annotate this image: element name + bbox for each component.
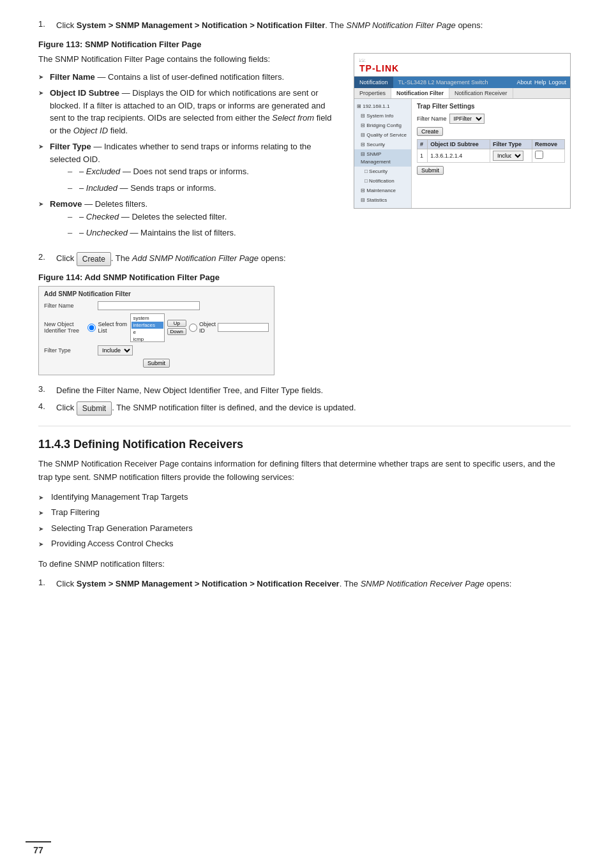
section-title-text: Defining Notification Receivers — [73, 438, 243, 451]
step-1-content: Click System > SNMP Management > Notific… — [56, 19, 483, 32]
page: 1. Click System > SNMP Management > Noti… — [0, 0, 609, 868]
add-snmp-oid-label: New Object Identifier Tree — [44, 321, 85, 334]
tp-filter-name-row: Filter Name IPFilter — [417, 114, 565, 124]
add-snmp-list-e[interactable]: e — [132, 329, 163, 336]
add-snmp-down-btn[interactable]: Down — [167, 328, 186, 335]
sidebar-snmp[interactable]: ⊟ SNMP Management — [354, 149, 411, 166]
add-snmp-radio-object-id-input[interactable] — [189, 324, 197, 332]
step-2-content: Click Create. The Add SNMP Notification … — [56, 252, 286, 266]
field-type-bold: Filter Type — [50, 142, 91, 151]
sidebar-bridging-config[interactable]: ⊟ Bridging Config — [354, 121, 411, 130]
add-snmp-select-from-label: Select from List — [98, 321, 128, 334]
step-4-text-after: . The SNMP notification filter is define… — [112, 403, 356, 413]
tp-logo: ⟀⟀ TP-LINK — [359, 57, 399, 73]
sidebar-system-info[interactable]: ⊟ System Info — [354, 111, 411, 121]
add-snmp-filter-name-row: Filter Name — [44, 301, 269, 310]
add-snmp-radio-select-from-list[interactable] — [87, 324, 96, 332]
add-snmp-list-icmp[interactable]: icmp — [132, 336, 163, 342]
service-2-text: Trap Filtering — [51, 507, 100, 517]
filter-remove-unchecked: – Unchecked — Maintains the list of filt… — [68, 227, 341, 239]
tp-tab-notification-filter[interactable]: Notification Filter — [391, 88, 449, 98]
tp-nav-logout[interactable]: Logout — [548, 79, 566, 86]
step-1-number: 1. — [38, 19, 56, 29]
tp-create-button[interactable]: Create — [417, 127, 443, 136]
sidebar-notification[interactable]: □ Notification — [354, 176, 411, 186]
define-intro: To define SNMP notification filters: — [38, 558, 571, 571]
add-snmp-updown: Up Down — [167, 320, 186, 335]
add-snmp-list-system[interactable]: system — [132, 315, 163, 322]
figure-114-label: Figure 114: Add SNMP Notification Filter… — [38, 273, 571, 282]
figure-113-desc: The SNMP Notification Filter Page contai… — [38, 53, 341, 243]
tp-content-title: Trap Filter Settings — [417, 103, 565, 110]
service-4-text: Providing Access Control Checks — [51, 539, 173, 548]
tp-row-type-select[interactable]: Included — [493, 151, 523, 161]
add-snmp-list[interactable]: system interfaces e icmp tcp — [130, 313, 164, 342]
step-4-text-before: Click — [56, 403, 77, 413]
sidebar-statistics[interactable]: ⊟ Statistics — [354, 195, 411, 205]
add-snmp-filter-type-row: Filter Type Included — [44, 345, 269, 355]
add-snmp-filter-name-input[interactable] — [98, 301, 200, 310]
tp-nav-left: Notification — [354, 77, 393, 88]
step-3-content: Define the Filter Name, New Object Ident… — [56, 384, 323, 397]
add-snmp-object-id-label: Object ID — [199, 321, 216, 334]
add-snmp-radio-select: Select from List — [87, 321, 128, 334]
filter-field-remove: Remove — Deletes filters. – Checked — De… — [38, 198, 341, 239]
add-snmp-oid-row: New Object Identifier Tree Select from L… — [44, 313, 269, 342]
tp-filter-name-select[interactable]: IPFilter — [449, 114, 485, 124]
sidebar-maintenance[interactable]: ⊟ Maintenance — [354, 186, 411, 195]
tp-nav: Notification TL-SL3428 L2 Management Swi… — [354, 77, 570, 88]
tp-table-col-num: # — [417, 139, 428, 149]
tp-nav-about[interactable]: About — [516, 79, 532, 86]
add-snmp-filter-type-select[interactable]: Included — [98, 345, 133, 355]
figure-113-screenshot: ⟀⟀ TP-LINK Notification TL-SL3428 L2 Man… — [354, 53, 571, 209]
tp-table-col-remove: Remove — [532, 139, 565, 149]
tp-tab-notification-receiver[interactable]: Notification Receiver — [449, 88, 513, 98]
service-2: Trap Filtering — [38, 506, 571, 519]
step-4-number: 4. — [38, 401, 56, 411]
add-snmp-filter-name-label: Filter Name — [44, 303, 95, 309]
field-remove-text: — Deletes filters. — [82, 199, 148, 209]
add-snmp-radio-object-id: Object ID — [189, 321, 269, 334]
tp-nav-title: TL-SL3428 L2 Management Switch — [393, 77, 513, 88]
sidebar-snmp-security[interactable]: □ Security — [354, 167, 411, 176]
step-1-bold: System > SNMP Management > Notification … — [77, 20, 325, 30]
add-snmp-object-id-input[interactable] — [218, 323, 269, 332]
section-number: 11.4.3 — [38, 438, 70, 451]
step-4-content: Click Submit. The SNMP notification filt… — [56, 401, 356, 415]
field-remove-bold: Remove — [50, 199, 82, 209]
tp-tab-properties[interactable]: Properties — [354, 88, 391, 98]
tp-create-btn-row: Create — [417, 127, 565, 136]
tp-filter-table: # Object ID Subtree Filter Type Remove 1… — [417, 139, 565, 163]
tp-submit-button[interactable]: Submit — [417, 166, 444, 175]
figure-113-label: Figure 113: SNMP Notification Filter Pag… — [38, 40, 571, 49]
field-name-bold: Filter Name — [50, 72, 95, 82]
step-2-text-after: . The — [111, 253, 132, 263]
tp-row-remove[interactable] — [532, 149, 565, 162]
step-3-number: 3. — [38, 384, 56, 394]
add-snmp-list-interfaces[interactable]: interfaces — [132, 322, 163, 329]
filter-type-excluded: – Excluded — Does not send traps or info… — [68, 165, 341, 178]
sidebar-security[interactable]: ⊟ Security — [354, 140, 411, 149]
sidebar-192[interactable]: ⊞ 192.168.1.1 — [354, 101, 411, 111]
add-snmp-up-btn[interactable]: Up — [167, 320, 186, 327]
final-step-text-after: . The — [340, 579, 361, 588]
sidebar-qos[interactable]: ⊟ Quality of Service — [354, 130, 411, 140]
final-step-bold: System > SNMP Management > Notification … — [77, 579, 340, 588]
step-1: 1. Click System > SNMP Management > Noti… — [38, 19, 571, 32]
tp-sidebar: ⊞ 192.168.1.1 ⊟ System Info ⊟ Bridging C… — [354, 99, 412, 208]
service-4: Providing Access Control Checks — [38, 537, 571, 550]
page-number: 77 — [26, 841, 51, 855]
final-step-text-end: opens: — [485, 579, 512, 588]
final-step-italic: SNMP Notification Receiver Page — [361, 579, 485, 588]
tp-row-num: 1 — [417, 149, 428, 162]
add-snmp-submit-btn[interactable]: Submit — [143, 359, 170, 368]
tp-body: ⊞ 192.168.1.1 ⊟ System Info ⊟ Bridging C… — [354, 99, 570, 208]
tp-content: Trap Filter Settings Filter Name IPFilte… — [412, 99, 570, 208]
tp-table-col-type: Filter Type — [490, 139, 532, 149]
tp-row-remove-checkbox[interactable] — [535, 151, 543, 159]
services-list: Identifying Management Trap Targets Trap… — [38, 491, 571, 550]
figure-113-row: The SNMP Notification Filter Page contai… — [38, 53, 571, 243]
service-1: Identifying Management Trap Targets — [38, 491, 571, 504]
tp-nav-help[interactable]: Help — [534, 79, 546, 86]
filter-field-name: Filter Name — Contains a list of user-de… — [38, 71, 341, 84]
